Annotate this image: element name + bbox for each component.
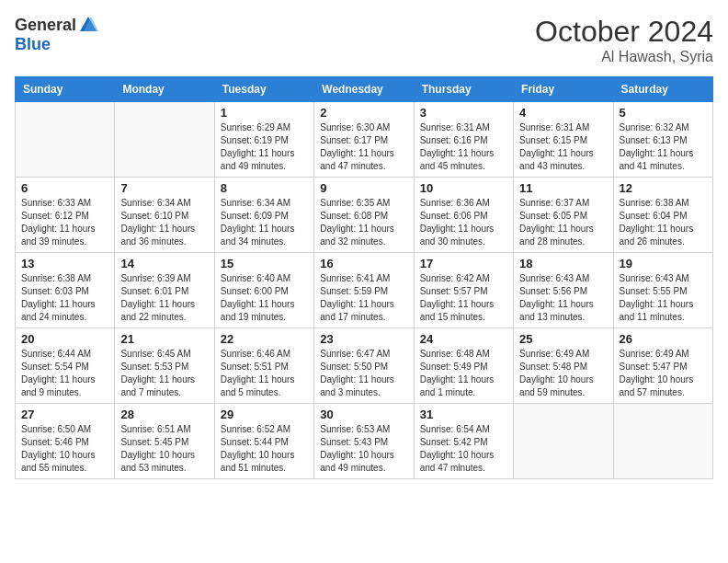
- weekday-header: Tuesday: [214, 77, 313, 102]
- day-number: 13: [21, 257, 108, 270]
- day-info: Sunrise: 6:34 AMSunset: 6:10 PMDaylight:…: [120, 197, 208, 248]
- day-info: Sunrise: 6:49 AMSunset: 5:47 PMDaylight:…: [620, 348, 707, 399]
- weekday-header: Saturday: [613, 77, 712, 102]
- day-number: 29: [221, 408, 308, 421]
- day-number: 5: [620, 106, 707, 120]
- day-number: 17: [420, 257, 507, 270]
- logo-icon: [78, 15, 98, 35]
- day-number: 3: [420, 106, 507, 120]
- day-number: 23: [320, 332, 407, 346]
- day-number: 7: [120, 181, 208, 195]
- day-info: Sunrise: 6:38 AMSunset: 6:03 PMDaylight:…: [21, 272, 108, 324]
- calendar-cell: 9Sunrise: 6:35 AMSunset: 6:08 PMDaylight…: [314, 178, 414, 253]
- day-info: Sunrise: 6:33 AMSunset: 6:12 PMDaylight:…: [21, 197, 108, 248]
- calendar-week-row: 6Sunrise: 6:33 AMSunset: 6:12 PMDaylight…: [16, 178, 713, 253]
- day-number: 6: [21, 181, 108, 195]
- weekday-header: Thursday: [414, 77, 513, 102]
- calendar-cell: 8Sunrise: 6:34 AMSunset: 6:09 PMDaylight…: [214, 178, 313, 253]
- day-number: 24: [420, 332, 507, 346]
- day-number: 10: [420, 181, 507, 195]
- calendar-cell: 16Sunrise: 6:41 AMSunset: 5:59 PMDayligh…: [314, 253, 414, 328]
- day-number: 28: [120, 408, 208, 421]
- calendar-cell: 13Sunrise: 6:38 AMSunset: 6:03 PMDayligh…: [16, 253, 115, 328]
- day-info: Sunrise: 6:39 AMSunset: 6:01 PMDaylight:…: [120, 272, 208, 324]
- weekday-header: Wednesday: [314, 77, 414, 102]
- calendar-body: 1Sunrise: 6:29 AMSunset: 6:19 PMDaylight…: [16, 102, 713, 479]
- day-number: 26: [620, 332, 707, 346]
- calendar-cell: 5Sunrise: 6:32 AMSunset: 6:13 PMDaylight…: [613, 102, 712, 178]
- day-info: Sunrise: 6:50 AMSunset: 5:46 PMDaylight:…: [21, 423, 108, 475]
- calendar-cell: [115, 102, 214, 178]
- calendar-week-row: 13Sunrise: 6:38 AMSunset: 6:03 PMDayligh…: [16, 253, 713, 328]
- calendar-cell: 1Sunrise: 6:29 AMSunset: 6:19 PMDaylight…: [214, 102, 313, 178]
- calendar-cell: 27Sunrise: 6:50 AMSunset: 5:46 PMDayligh…: [16, 404, 115, 479]
- location: Al Hawash, Syria: [535, 49, 713, 65]
- header: General Blue October 2024 Al Hawash, Syr…: [15, 15, 713, 65]
- day-info: Sunrise: 6:46 AMSunset: 5:51 PMDaylight:…: [221, 348, 308, 399]
- calendar-cell: 12Sunrise: 6:38 AMSunset: 6:04 PMDayligh…: [613, 178, 712, 253]
- calendar-cell: 29Sunrise: 6:52 AMSunset: 5:44 PMDayligh…: [214, 404, 313, 479]
- day-info: Sunrise: 6:41 AMSunset: 5:59 PMDaylight:…: [320, 272, 407, 324]
- day-number: 15: [221, 257, 308, 270]
- day-info: Sunrise: 6:35 AMSunset: 6:08 PMDaylight:…: [320, 197, 407, 248]
- calendar-cell: 30Sunrise: 6:53 AMSunset: 5:43 PMDayligh…: [314, 404, 414, 479]
- day-info: Sunrise: 6:31 AMSunset: 6:15 PMDaylight:…: [519, 121, 607, 173]
- calendar-cell: 7Sunrise: 6:34 AMSunset: 6:10 PMDaylight…: [115, 178, 214, 253]
- day-number: 25: [519, 332, 607, 346]
- weekday-header: Sunday: [16, 77, 115, 102]
- calendar-cell: [613, 404, 712, 479]
- calendar-cell: 18Sunrise: 6:43 AMSunset: 5:56 PMDayligh…: [514, 253, 613, 328]
- day-number: 31: [420, 408, 507, 421]
- day-number: 1: [221, 106, 308, 120]
- logo: General Blue: [15, 15, 98, 54]
- day-number: 21: [120, 332, 208, 346]
- calendar-cell: 25Sunrise: 6:49 AMSunset: 5:48 PMDayligh…: [514, 328, 613, 404]
- calendar-cell: 26Sunrise: 6:49 AMSunset: 5:47 PMDayligh…: [613, 328, 712, 404]
- day-info: Sunrise: 6:43 AMSunset: 5:55 PMDaylight:…: [620, 272, 707, 324]
- day-info: Sunrise: 6:54 AMSunset: 5:42 PMDaylight:…: [420, 423, 507, 475]
- logo-general-text: General: [15, 16, 76, 35]
- day-info: Sunrise: 6:48 AMSunset: 5:49 PMDaylight:…: [420, 348, 507, 399]
- day-number: 8: [221, 181, 308, 195]
- logo-blue-text: Blue: [15, 35, 51, 54]
- calendar-week-row: 1Sunrise: 6:29 AMSunset: 6:19 PMDaylight…: [16, 102, 713, 178]
- day-number: 9: [320, 181, 407, 195]
- calendar-header: SundayMondayTuesdayWednesdayThursdayFrid…: [16, 77, 713, 102]
- day-number: 11: [519, 181, 607, 195]
- calendar-cell: 10Sunrise: 6:36 AMSunset: 6:06 PMDayligh…: [414, 178, 513, 253]
- calendar-cell: 22Sunrise: 6:46 AMSunset: 5:51 PMDayligh…: [214, 328, 313, 404]
- day-info: Sunrise: 6:31 AMSunset: 6:16 PMDaylight:…: [420, 121, 507, 173]
- day-info: Sunrise: 6:49 AMSunset: 5:48 PMDaylight:…: [519, 348, 607, 399]
- weekday-row: SundayMondayTuesdayWednesdayThursdayFrid…: [16, 77, 713, 102]
- calendar-week-row: 27Sunrise: 6:50 AMSunset: 5:46 PMDayligh…: [16, 404, 713, 479]
- day-number: 14: [120, 257, 208, 270]
- calendar-cell: [514, 404, 613, 479]
- day-info: Sunrise: 6:43 AMSunset: 5:56 PMDaylight:…: [519, 272, 607, 324]
- day-info: Sunrise: 6:40 AMSunset: 6:00 PMDaylight:…: [221, 272, 308, 324]
- calendar-cell: 23Sunrise: 6:47 AMSunset: 5:50 PMDayligh…: [314, 328, 414, 404]
- day-info: Sunrise: 6:45 AMSunset: 5:53 PMDaylight:…: [120, 348, 208, 399]
- calendar-cell: 14Sunrise: 6:39 AMSunset: 6:01 PMDayligh…: [115, 253, 214, 328]
- weekday-header: Friday: [514, 77, 613, 102]
- calendar-cell: 24Sunrise: 6:48 AMSunset: 5:49 PMDayligh…: [414, 328, 513, 404]
- day-number: 30: [320, 408, 407, 421]
- calendar-cell: 4Sunrise: 6:31 AMSunset: 6:15 PMDaylight…: [514, 102, 613, 178]
- day-info: Sunrise: 6:47 AMSunset: 5:50 PMDaylight:…: [320, 348, 407, 399]
- calendar-cell: 6Sunrise: 6:33 AMSunset: 6:12 PMDaylight…: [16, 178, 115, 253]
- day-number: 18: [519, 257, 607, 270]
- day-number: 19: [620, 257, 707, 270]
- day-number: 16: [320, 257, 407, 270]
- calendar-cell: 11Sunrise: 6:37 AMSunset: 6:05 PMDayligh…: [514, 178, 613, 253]
- day-number: 2: [320, 106, 407, 120]
- calendar-cell: 2Sunrise: 6:30 AMSunset: 6:17 PMDaylight…: [314, 102, 414, 178]
- month-title: October 2024: [535, 15, 713, 49]
- calendar-cell: 28Sunrise: 6:51 AMSunset: 5:45 PMDayligh…: [115, 404, 214, 479]
- calendar-cell: 31Sunrise: 6:54 AMSunset: 5:42 PMDayligh…: [414, 404, 513, 479]
- calendar-cell: [16, 102, 115, 178]
- day-info: Sunrise: 6:38 AMSunset: 6:04 PMDaylight:…: [620, 197, 707, 248]
- calendar-cell: 19Sunrise: 6:43 AMSunset: 5:55 PMDayligh…: [613, 253, 712, 328]
- day-number: 20: [21, 332, 108, 346]
- day-info: Sunrise: 6:53 AMSunset: 5:43 PMDaylight:…: [320, 423, 407, 475]
- day-info: Sunrise: 6:36 AMSunset: 6:06 PMDaylight:…: [420, 197, 507, 248]
- day-info: Sunrise: 6:30 AMSunset: 6:17 PMDaylight:…: [320, 121, 407, 173]
